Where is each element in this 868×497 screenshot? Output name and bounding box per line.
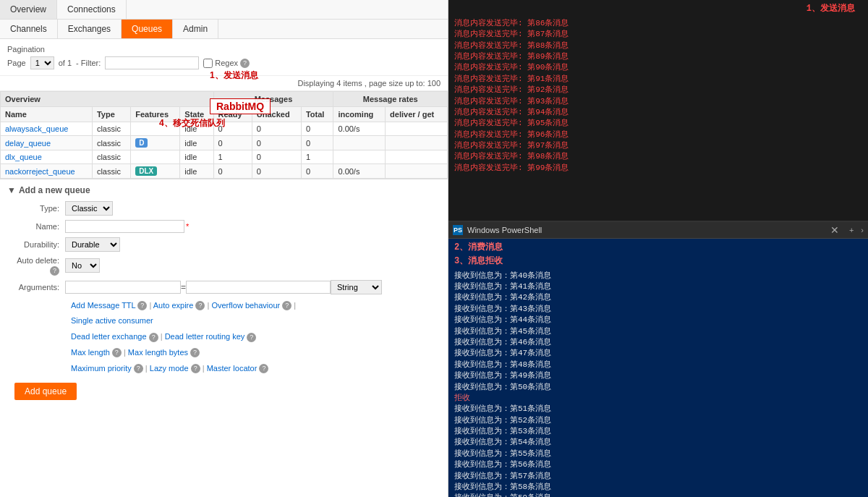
arg-key-input[interactable] [65,281,181,294]
required-star: * [186,222,189,231]
add-queue-title[interactable]: ▼ Add a new queue [7,185,441,195]
auto-delete-select[interactable]: No Yes [65,258,100,273]
single-active-link[interactable]: Single active consumer [71,316,153,325]
arg-value-input[interactable] [186,281,331,294]
table-row: nackorreject_queueclassicDLXidle0000.00/… [1,164,448,179]
queue-name-link[interactable]: delay_queue [5,139,51,148]
queue-incoming: 0.00/s [333,164,386,179]
filter-input[interactable] [105,56,199,69]
annotation-2: 2、消费消息 [454,242,862,254]
ps-line: 接收到信息为：第40条消息 [454,271,862,281]
auto-delete-help[interactable]: ? [50,266,59,276]
displaying-text: Displaying 4 items , page size up to: 10… [0,76,448,91]
terminal-line: 消息内容发送完毕: 第88条消息 [454,41,862,51]
queue-name-link[interactable]: dlx_queue [5,153,42,161]
collapse-icon: ▼ [7,185,16,195]
queue-state: idle [180,122,213,136]
ps-title: Windows PowerShell [467,226,542,234]
name-row: Name: * [7,220,441,233]
type-select[interactable]: Classic [65,201,113,216]
name-input[interactable] [65,220,184,233]
max-priority-link[interactable]: Maximum priority [71,364,132,373]
lm-help[interactable]: ? [191,364,200,373]
ps-line: 接收到信息为：第50条消息 [454,382,862,393]
overflow-link[interactable]: Overflow behaviour [211,301,280,310]
master-locator-link[interactable]: Master locator [207,364,258,373]
nav-overview[interactable]: Overview [0,0,57,19]
auto-expire-help[interactable]: ? [195,301,205,310]
add-queue-button[interactable]: Add queue [14,383,77,400]
table-container: 1、发送消息 RabbitMQ 4、移交死信队列 Overview Messag… [0,91,448,179]
arg-type-select[interactable]: String Number Boolean [331,280,382,294]
add-queue-section: ▼ Add a new queue Type: Classic Name: * … [0,179,448,412]
nav-admin[interactable]: Admin [173,20,218,38]
ps-line: 接收到信息为：第53条消息 [454,426,862,437]
max-length-link[interactable]: Max length [71,348,110,357]
nav-queues[interactable]: Queues [122,20,173,38]
queue-unacked: 0 [252,150,301,164]
ps-line: 接收到信息为：第54条消息 [454,437,862,448]
queue-features [131,122,180,136]
ps-close-btn[interactable]: ✕ [827,224,842,236]
lazy-mode-link[interactable]: Lazy mode [150,364,189,373]
queue-total: 1 [301,150,333,164]
ps-maximize-btn[interactable]: + [849,226,854,234]
queue-state: idle [180,136,213,150]
ps-line: 接收到信息为：第43条消息 [454,304,862,315]
ps-line: 接收到信息为：第55条消息 [454,449,862,459]
queue-name-link[interactable]: alwaysack_queue [5,124,68,133]
nav-channels[interactable]: Channels [0,20,58,38]
queue-ready: 0 [213,136,252,150]
page-select[interactable]: 1 [30,56,54,69]
durability-select[interactable]: Durable Transient [65,237,120,252]
dlrk-help[interactable]: ? [247,333,256,342]
message-ttl-link[interactable]: Message TTL [88,301,136,310]
add-queue-label: Add a new queue [19,185,90,195]
mlb-help[interactable]: ? [190,348,200,357]
queue-total: 0 [301,164,333,179]
arg-equals: = [181,282,186,292]
queue-unacked: 0 [252,136,301,150]
queue-ready: 0 [213,122,252,136]
overflow-help[interactable]: ? [282,301,292,310]
terminal-line: 消息内容发送完毕: 第98条消息 [454,151,862,162]
col-ready: Ready [213,107,252,122]
auto-delete-label: Auto delete: ? [7,256,65,276]
auto-delete-row: Auto delete: ? No Yes [7,256,441,276]
dle-help[interactable]: ? [149,333,158,342]
queue-type: classic [92,150,130,164]
dead-letter-exchange-link[interactable]: Dead letter exchange [71,332,147,341]
ps-new-tab-btn[interactable]: › [861,226,864,234]
queue-total: 0 [301,136,333,150]
queue-incoming: 0.00/s [333,122,386,136]
table-row: delay_queueclassicDidle000 [1,136,448,150]
queue-type: classic [92,136,130,150]
col-unacked: Unacked [252,107,301,122]
type-label: Type: [7,204,65,213]
queue-features: DLX [131,164,180,179]
message-ttl-help[interactable]: ? [137,301,147,310]
ps-content: 2、消费消息 3、消息拒收 接收到信息为：第40条消息接收到信息为：第41条消息… [448,239,868,497]
ml-help[interactable]: ? [112,348,122,357]
nav-exchanges[interactable]: Exchanges [58,20,122,38]
powershell-panel: PS Windows PowerShell ✕ + › 2、消费消息 3、消息拒… [448,222,868,497]
col-name: Name [1,107,93,122]
add-link[interactable]: Add [71,301,85,310]
queue-state: idle [180,150,213,164]
nav-connections[interactable]: Connections [57,0,127,19]
col-deliver: deliver / get [386,107,448,122]
max-length-bytes-link[interactable]: Max length bytes [128,348,188,357]
durability-label: Durability: [7,240,65,249]
auto-expire-link[interactable]: Auto expire [153,301,194,310]
regex-checkbox[interactable] [203,59,213,68]
terminal-line: 消息内容发送完毕: 第97条消息 [454,140,862,151]
queue-incoming [333,136,386,150]
queue-name-link[interactable]: nackorreject_queue [5,167,75,176]
regex-help-icon[interactable]: ? [240,59,250,68]
mp-help[interactable]: ? [134,364,143,373]
ps-line: 接收到信息为：第51条消息 [454,404,862,415]
terminal-line: 消息内容发送完毕: 第93条消息 [454,96,862,107]
dead-letter-routing-key-link[interactable]: Dead letter routing key [165,332,245,341]
mlocator-help[interactable]: ? [259,364,268,373]
regex-label-text: Regex [215,59,238,67]
